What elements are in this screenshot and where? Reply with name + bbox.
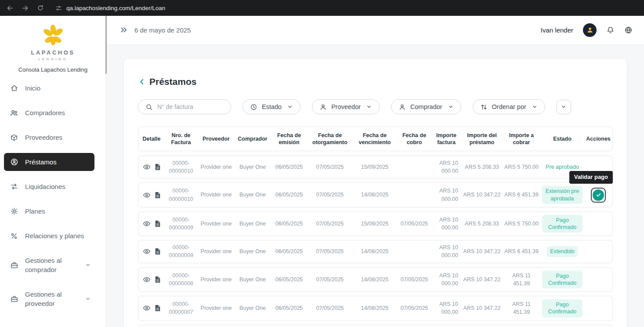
invoice-number: 00000-00000007 [165, 299, 197, 317]
sidebar-scrollbar[interactable] [105, 16, 107, 74]
fecha-otorgamiento-cell: 07/05/2025 [308, 247, 352, 256]
status-clock-icon [250, 103, 257, 111]
address-bar[interactable]: qa.lapachoslending.com/Lender/Loan [55, 5, 165, 11]
column-header: Importe factura [431, 132, 462, 146]
sidebar-item-label: Relaciones y planes [25, 231, 91, 240]
chevron-down-icon [366, 104, 372, 110]
fecha-emision-cell: 06/05/2025 [270, 275, 308, 284]
document-icon[interactable] [155, 220, 161, 227]
acciones-cell [584, 279, 613, 280]
notifications-bell-icon[interactable] [606, 26, 615, 34]
column-header: Proveedor [197, 135, 235, 142]
eye-icon[interactable] [143, 304, 151, 312]
importe-prestamo-cell: ARS 10 347.22 [462, 275, 502, 284]
column-header: Importe a cobrar [502, 132, 541, 146]
estado-cell: Pago Confirmado [541, 270, 584, 290]
language-globe-icon[interactable] [624, 26, 633, 34]
fecha-otorgamiento-cell: 07/05/2025 [308, 303, 352, 313]
fecha-emision-cell: 06/05/2025 [270, 247, 308, 256]
more-filters-button[interactable] [557, 100, 571, 114]
fecha-cobro-cell: 07/05/2025 [398, 303, 431, 313]
sidebar-item-gestiones-comprador[interactable]: Gestiones al comprador [4, 251, 94, 279]
page-title: Préstamos [149, 76, 196, 87]
refresh-icon[interactable] [37, 4, 44, 11]
importe-prestamo-cell: ARS 5 208.33 [462, 162, 502, 172]
proveedor-cell: Provider one [197, 190, 235, 200]
sidebar-item-prestamos[interactable]: Préstamos [4, 153, 94, 171]
status-badge: Pago Confirmado [542, 271, 582, 289]
importe-cobrar-cell: ARS 5 750.00 [502, 162, 541, 172]
sidebar-item-label: Gestiones al proveedor [25, 290, 78, 308]
fecha-cobro-cell [398, 194, 431, 196]
fecha-vencimiento-cell: 14/08/2025 [352, 247, 398, 256]
sidebar-item-label: Compradores [25, 108, 91, 117]
invoice-search[interactable] [138, 99, 231, 114]
table-row: 00000-00000010Provider oneBuyer One06/05… [138, 156, 613, 178]
home-icon [10, 84, 18, 92]
column-header: Fecha de cobro [398, 132, 431, 146]
collapse-sidebar-icon[interactable] [119, 25, 128, 34]
detalle-cell [138, 219, 165, 229]
filters-bar: Estado Proveedor Comprador [138, 99, 613, 114]
back-icon[interactable] [6, 4, 14, 12]
importe-factura-cell: ARS 10 000.00 [431, 215, 462, 233]
person-icon [398, 103, 406, 111]
forward-icon[interactable] [22, 4, 29, 12]
importe-factura-cell: ARS 10 000.00 [431, 243, 462, 260]
document-icon[interactable] [155, 192, 161, 199]
column-header: Importe del préstamo [462, 132, 502, 146]
proveedor-cell: Provider one [197, 275, 235, 284]
url-text[interactable]: qa.lapachoslending.com/Lender/Loan [66, 5, 165, 11]
invoice-number: 00000-00000010 [165, 158, 197, 176]
table-row: 00000-00000007Provider oneBuyer One06/05… [138, 296, 613, 321]
importe-prestamo-cell: ARS 10 347.22 [462, 190, 502, 200]
avatar[interactable] [583, 23, 597, 37]
sidebar-item-label: Proveedores [25, 133, 91, 142]
sidebar-item-label: Liquidaciones [25, 182, 91, 191]
comprador-filter[interactable]: Comprador [391, 99, 461, 114]
estado-cell: Pago Confirmado [541, 298, 584, 318]
importe-factura-cell: ARS 10 000.00 [431, 299, 462, 317]
sidebar-item-proveedores[interactable]: Proveedores [4, 128, 94, 146]
eye-icon[interactable] [143, 191, 151, 199]
person-icon [319, 103, 327, 111]
back-chevron-icon[interactable] [138, 78, 146, 86]
table-row: 00000-00000009Provider oneBuyer One06/05… [138, 240, 613, 263]
document-icon[interactable] [155, 305, 161, 312]
sidebar-item-gestiones-proveedor[interactable]: Gestiones al proveedor [4, 285, 94, 312]
sidebar-item-liquidaciones[interactable]: Liquidaciones [4, 178, 94, 196]
sidebar-item-compradores[interactable]: Compradores [4, 104, 94, 122]
document-icon[interactable] [155, 248, 161, 255]
table-row: 00000-00000006Provider oneBuyer One06/05… [138, 325, 613, 327]
fecha-emision-cell: 06/05/2025 [270, 190, 308, 200]
person-icon [586, 26, 594, 34]
sidebar-item-relaciones-y-planes[interactable]: Relaciones y planes [4, 227, 94, 245]
document-icon[interactable] [155, 276, 161, 283]
importe-cobrar-cell: ARS 5 750.00 [502, 219, 541, 229]
site-settings-icon[interactable] [55, 5, 62, 11]
proveedor-cell: Provider one [197, 219, 235, 229]
document-icon[interactable] [155, 164, 161, 171]
proveedor-filter[interactable]: Proveedor [312, 99, 380, 114]
ordenar-filter[interactable]: Ordenar por [473, 99, 545, 114]
acciones-cell: Validar pago [584, 187, 613, 203]
eye-icon[interactable] [143, 163, 151, 171]
eye-icon[interactable] [143, 220, 151, 228]
estado-filter[interactable]: Estado [242, 99, 300, 114]
validate-payment-button[interactable] [593, 189, 604, 201]
status-badge: Pago Confirmado [542, 299, 582, 317]
search-icon [145, 103, 153, 111]
sidebar-item-label: Gestiones al comprador [25, 256, 78, 274]
column-header: Detalle [138, 135, 165, 142]
sidebar-item-inicio[interactable]: Inicio [4, 79, 94, 97]
sidebar-item-planes[interactable]: Planes [4, 202, 94, 220]
search-input[interactable] [157, 103, 224, 110]
status-badge: Extensión pre aprobada [542, 186, 582, 204]
acciones-cell [584, 223, 613, 225]
column-header: Comprador [235, 135, 270, 142]
eye-icon[interactable] [143, 247, 151, 255]
focus-ring [591, 188, 606, 203]
validate-payment-tooltip: Validar pago [569, 171, 613, 184]
transfer-icon [10, 182, 18, 191]
eye-icon[interactable] [143, 276, 151, 283]
